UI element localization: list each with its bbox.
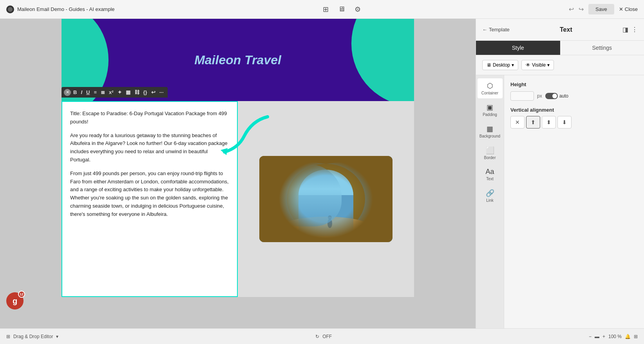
text-para3: From just 499 pounds per person, you can…: [70, 170, 229, 219]
container-icon: ⬡: [487, 81, 493, 90]
image-button[interactable]: ▦: [124, 89, 132, 96]
kebab-icon[interactable]: ⋮: [631, 26, 638, 33]
link-label: Link: [486, 198, 493, 203]
visible-icon: 👁: [526, 62, 530, 68]
height-row: px auto: [510, 91, 638, 101]
underline-button[interactable]: U: [85, 89, 91, 96]
px-label: px: [537, 93, 542, 99]
border-label: Border: [484, 156, 496, 160]
bottom-center: ↻ OFF: [315, 334, 332, 339]
padding-label: Padding: [483, 112, 497, 117]
topbar-center: ⊞ 🖥 ⚙: [323, 5, 361, 14]
apps-icon[interactable]: ⊞: [634, 334, 638, 339]
panel-tabs: Style Settings: [476, 41, 644, 55]
list-unordered-button[interactable]: ≡: [92, 89, 98, 96]
sidebar-item-background[interactable]: ▦ Background: [478, 121, 503, 141]
grid-icon[interactable]: ⊞: [323, 5, 329, 14]
text-content: Title: Escape to Paradise: 6-Day Portuga…: [70, 110, 229, 219]
padding-icon: ▣: [487, 103, 493, 112]
settings-icon[interactable]: ⚙: [355, 5, 361, 14]
gravi-logo: g 12: [6, 292, 24, 310]
tab-settings[interactable]: Settings: [560, 41, 644, 55]
desktop-dropdown[interactable]: 🖥 Desktop ▾: [482, 60, 518, 70]
vertical-alignment-section: Vertical alignment ✕ ⬆ ⬍ ⬇: [510, 107, 638, 129]
panel-back-button[interactable]: ← Template: [482, 27, 510, 33]
undo-text-button[interactable]: ↩: [150, 89, 157, 96]
image-block: [238, 101, 414, 297]
zoom-slider[interactable]: ▬: [595, 334, 599, 339]
gravi-logo-container: g 12: [6, 292, 24, 310]
sidebar-item-container[interactable]: ⬡ Container: [478, 78, 503, 98]
tab-style[interactable]: Style: [476, 41, 560, 55]
sidebar-item-border[interactable]: ⬜ Border: [478, 143, 503, 163]
close-x-icon: ✕: [619, 6, 623, 12]
italic-button[interactable]: I: [79, 89, 84, 96]
text-content-box[interactable]: Title: Escape to Paradise: 6-Day Portuga…: [62, 101, 238, 297]
bold-button[interactable]: B: [72, 89, 78, 96]
email-canvas: Maileon Travel ✕ B I U ≡ ≣ x² ✦: [62, 19, 414, 297]
list-ordered-button[interactable]: ≣: [99, 89, 107, 96]
sidebar-item-text[interactable]: Aa Text: [478, 165, 503, 184]
text-label: Text: [486, 177, 493, 181]
editor-label: Drag & Drop Editor: [13, 334, 53, 339]
panel-icons: ◨ ⋮: [622, 26, 638, 33]
redo-icon[interactable]: ↪: [579, 5, 584, 13]
panel-icon-sidebar: ⬡ Container ▣ Padding ▦ Background ⬜ Bor…: [476, 75, 504, 328]
bell-icon[interactable]: 🔔: [625, 334, 631, 339]
bottom-left: ⊞ Drag & Drop Editor ▾: [6, 334, 58, 339]
undo-icon[interactable]: ↩: [569, 5, 574, 13]
canvas-area: Maileon Travel ✕ B I U ≡ ≣ x² ✦: [0, 19, 476, 328]
align-top-button[interactable]: ⬆: [526, 116, 540, 129]
toggle-switch[interactable]: [545, 93, 558, 99]
zoom-out-icon[interactable]: −: [589, 334, 592, 339]
panel-header: ← Template Text ◨ ⋮: [476, 19, 644, 41]
align-middle-button[interactable]: ⬍: [542, 116, 556, 129]
container-label: Container: [481, 91, 498, 95]
auto-toggle[interactable]: auto: [545, 93, 568, 99]
close-button[interactable]: ✕ Close: [619, 6, 638, 12]
sidebar-item-link[interactable]: 🔗 Link: [478, 186, 503, 206]
editor-chevron-icon: ▾: [56, 334, 58, 339]
topbar-right: ↩ ↪ Save ✕ Close: [569, 4, 638, 14]
ai-icon: ↻: [315, 334, 319, 339]
panel-back-label: Template: [489, 27, 510, 33]
panel-sidebar: ⬡ Container ▣ Padding ▦ Background ⬜ Bor…: [476, 75, 644, 328]
height-section-title: Height: [510, 81, 638, 87]
align-bottom-button[interactable]: ⬇: [557, 116, 572, 129]
text-para1: Title: Escape to Paradise: 6-Day Portuga…: [70, 110, 229, 126]
bottom-bar: ⊞ Drag & Drop Editor ▾ ↻ OFF − ▬ + 100 %…: [0, 328, 644, 344]
panel-controls: 🖥 Desktop ▾ 👁 Visible ▾: [476, 55, 644, 75]
more-button[interactable]: ···: [158, 89, 165, 96]
height-input[interactable]: [510, 91, 534, 101]
superscript-button[interactable]: x²: [107, 89, 115, 96]
save-button[interactable]: Save: [588, 4, 614, 14]
sidebar-item-padding[interactable]: ▣ Padding: [478, 100, 503, 120]
zoom-in-icon[interactable]: +: [602, 334, 605, 339]
code-button[interactable]: {}: [142, 89, 149, 96]
content-row: ✕ B I U ≡ ≣ x² ✦ ▦ ⛓ {} ↩ ···: [62, 101, 414, 297]
main-area: Maileon Travel ✕ B I U ≡ ≣ x² ✦: [0, 19, 644, 328]
monitor-icon[interactable]: 🖥: [338, 5, 345, 13]
drag-drop-icon: ⊞: [6, 334, 10, 339]
link-icon: 🔗: [486, 189, 494, 197]
layers-icon[interactable]: ◨: [622, 26, 628, 33]
background-label: Background: [479, 134, 500, 138]
link-button[interactable]: ⛓: [133, 89, 141, 96]
header-teal-right: [328, 19, 414, 101]
back-arrow-icon: ←: [482, 27, 487, 33]
auto-label: auto: [559, 93, 568, 99]
vertical-alignment-title: Vertical alignment: [510, 107, 638, 113]
align-none-button[interactable]: ✕: [510, 116, 525, 129]
svg-point-0: [8, 7, 13, 12]
align-buttons: ✕ ⬆ ⬍ ⬇: [510, 116, 638, 129]
background-icon: ▦: [487, 125, 493, 133]
toolbar-close-button[interactable]: ✕: [64, 89, 71, 96]
zoom-label: 100 %: [608, 334, 622, 339]
bottom-right: − ▬ + 100 % 🔔 ⊞: [589, 334, 638, 339]
gravi-badge: 12: [18, 291, 25, 298]
ai-button[interactable]: ✦: [116, 89, 123, 96]
text-icon: Aa: [485, 168, 494, 176]
topbar: Maileon Email Demo - Guides - AI example…: [0, 0, 644, 19]
text-toolbar: ✕ B I U ≡ ≣ x² ✦ ▦ ⛓ {} ↩ ···: [62, 87, 168, 98]
visible-dropdown[interactable]: 👁 Visible ▾: [521, 60, 554, 70]
